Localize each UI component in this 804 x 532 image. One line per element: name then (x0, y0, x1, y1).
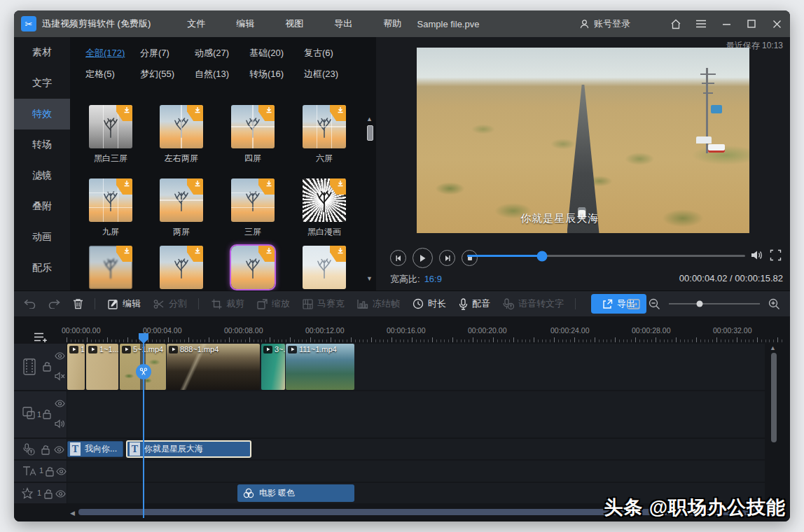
timeline-zoom-slider[interactable] (669, 303, 760, 304)
effect-thumb-selected[interactable] (231, 246, 275, 289)
playhead-scissors-icon[interactable] (136, 364, 151, 379)
mosaic-button[interactable]: 马赛克 (303, 298, 345, 310)
sidebar-item-text[interactable]: 文字 (14, 68, 70, 99)
category-freeze[interactable]: 定格(5) (85, 68, 140, 80)
speech-to-text-button[interactable]: 语音转文字 (503, 298, 564, 310)
text-clip[interactable]: T 我向你... (67, 441, 123, 457)
category-border[interactable]: 边框(23) (304, 68, 359, 80)
category-dynamic[interactable]: 动感(27) (195, 47, 249, 59)
sidebar-item-overlays[interactable]: 叠附 (14, 191, 70, 222)
category-transition[interactable]: 转场(16) (249, 68, 304, 80)
video-clip[interactable]: 1 (67, 344, 85, 390)
text-track[interactable]: T 我向你... T 你就是星辰大海 (67, 439, 765, 459)
video-clip[interactable]: 888~1.mp4 (167, 344, 260, 390)
zoom-slider-handle[interactable] (697, 301, 703, 307)
scroll-up-icon[interactable]: ▲ (366, 115, 373, 122)
undo-button[interactable] (24, 299, 36, 309)
text-template-icon (22, 465, 36, 476)
account-login-button[interactable]: 账号登录 (579, 18, 630, 30)
effect-thumb[interactable] (303, 246, 346, 289)
duration-button[interactable]: 时长 (413, 298, 446, 310)
effect-thumb[interactable] (89, 246, 132, 289)
redo-button[interactable] (48, 299, 60, 309)
seek-bar[interactable] (467, 255, 745, 257)
text-clip-selected[interactable]: T 你就是星辰大海 (127, 441, 251, 457)
minimize-button[interactable] (719, 16, 734, 31)
delete-button[interactable] (73, 298, 83, 309)
sticker-text-track[interactable] (67, 461, 765, 482)
effect-label: 两屏 (146, 226, 216, 238)
category-basic[interactable]: 基础(20) (249, 47, 304, 59)
effect-label: 左右两屏 (146, 153, 216, 164)
home-button[interactable] (668, 16, 684, 31)
sidebar-item-media[interactable]: 素材 (14, 37, 70, 68)
text-badge-icon: T (130, 442, 140, 456)
fullscreen-icon[interactable] (770, 249, 782, 261)
app-title: 迅捷视频剪辑软件 (免费版) (42, 18, 151, 30)
scale-button[interactable]: 缩放 (257, 298, 290, 310)
effect-thumb-six-screen[interactable] (303, 105, 346, 148)
video-track[interactable]: 1 1~1... 5~1.mp4 888~1.mp4 3~... 111~1.m… (67, 344, 765, 390)
watermark: 头条 @职场办公技能 (604, 495, 786, 520)
pip-track[interactable] (67, 391, 765, 438)
effect-thumb-bw-comic[interactable] (303, 178, 346, 222)
menu-view[interactable]: 视图 (270, 10, 319, 37)
category-dream[interactable]: 梦幻(55) (140, 68, 195, 80)
category-all[interactable]: 全部(172) (85, 47, 140, 59)
fit-timeline-icon[interactable] (627, 299, 640, 309)
zoom-in-icon[interactable] (768, 298, 780, 310)
effect-label: 黑白三屏 (76, 153, 146, 164)
video-clip[interactable]: 1~1... (86, 344, 118, 390)
next-frame-button[interactable] (439, 250, 455, 266)
prev-frame-button[interactable] (390, 250, 406, 266)
close-button[interactable] (769, 16, 784, 31)
video-preview[interactable]: 你就是星辰大海 (417, 48, 749, 233)
effect-thumb-left-right-two-screen[interactable] (160, 105, 203, 148)
user-icon (579, 19, 590, 29)
edit-toolbar: 编辑 分割 裁剪 缩放 马赛克 冻结帧 时长 配音 (14, 290, 790, 316)
effect-thumb[interactable] (160, 246, 203, 289)
effects-scrollbar[interactable] (367, 125, 373, 141)
sidebar-item-effects[interactable]: 特效 (14, 99, 70, 130)
scroll-left-icon[interactable]: ◀ (70, 510, 75, 517)
play-button[interactable] (413, 248, 433, 268)
menu-export[interactable]: 导出 (319, 10, 368, 37)
app-window: ✂ 迅捷视频剪辑软件 (免费版) 文件 编辑 视图 导出 帮助 Sample f… (14, 10, 790, 522)
crop-button[interactable]: 裁剪 (212, 298, 244, 310)
speaker-icon (55, 419, 66, 428)
volume-icon[interactable] (750, 249, 763, 261)
sidebar-item-music[interactable]: 配乐 (14, 253, 70, 284)
video-clip[interactable]: 3~... (261, 344, 285, 390)
scroll-up-icon[interactable]: ▲ (770, 344, 776, 351)
split-button[interactable]: 分割 (153, 298, 187, 310)
effect-thumb-two-screen[interactable] (160, 178, 203, 222)
hamburger-menu-icon[interactable] (693, 16, 709, 31)
category-nature[interactable]: 自然(13) (195, 68, 249, 80)
dub-button[interactable]: 配音 (459, 298, 490, 310)
seek-handle[interactable] (537, 251, 548, 261)
maximize-button[interactable] (744, 16, 759, 31)
zoom-out-icon[interactable] (649, 298, 660, 310)
stop-button[interactable] (462, 250, 478, 266)
effect-thumb-nine-screen[interactable] (89, 178, 132, 222)
sidebar-item-transitions[interactable]: 转场 (14, 130, 70, 160)
category-retro[interactable]: 复古(6) (304, 47, 359, 59)
category-splitscreen[interactable]: 分屏(7) (140, 47, 195, 59)
edit-button[interactable]: 编辑 (108, 298, 141, 310)
video-clip[interactable]: 111~1.mp4 (286, 344, 354, 390)
menu-file[interactable]: 文件 (172, 10, 221, 37)
lock-icon (42, 361, 52, 372)
sidebar-item-animation[interactable]: 动画 (14, 222, 70, 253)
timeline-vertical-scrollbar[interactable] (771, 353, 777, 442)
scroll-down-icon[interactable]: ▼ (366, 275, 373, 282)
freeze-frame-button[interactable]: 冻结帧 (357, 298, 400, 310)
menu-edit[interactable]: 编辑 (221, 10, 270, 37)
sidebar-item-filters[interactable]: 滤镜 (14, 160, 70, 191)
effect-label: 九屏 (76, 226, 146, 238)
effect-clip[interactable]: 电影 暖色 (237, 484, 354, 502)
pip-icon (22, 407, 35, 419)
effect-thumb-bw-three-screen[interactable] (89, 105, 132, 148)
aspect-ratio-value[interactable]: 16:9 (424, 274, 442, 284)
effect-thumb-three-screen[interactable] (231, 178, 275, 222)
effect-thumb-four-screen[interactable] (231, 105, 275, 148)
